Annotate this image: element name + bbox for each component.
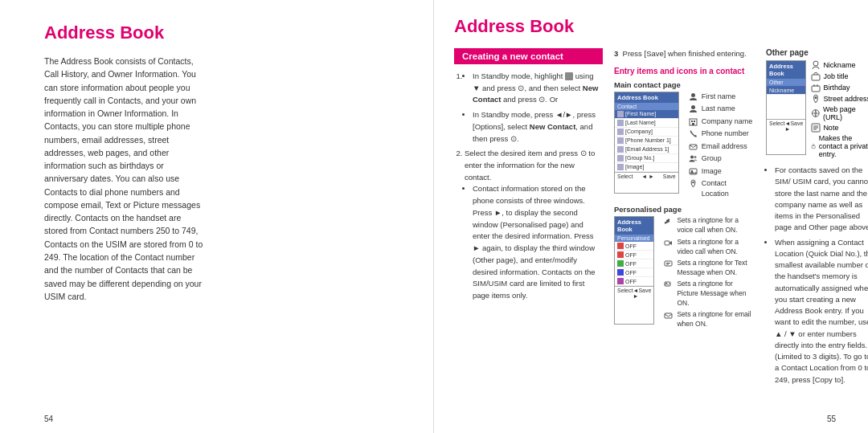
pers-row-3: OFF [615, 259, 653, 268]
pers-icon-email: Sets a ringtone for email when ON. [663, 310, 755, 329]
svg-rect-3 [691, 121, 693, 122]
pers-device-subtitle: Personalised [615, 235, 653, 242]
personalised-device: Address Book Personalised OFF OFF OFF OF… [614, 216, 654, 325]
pers-device-title: Address Book [615, 217, 653, 235]
other-private-row: Makes the contact a private entry. [811, 134, 868, 158]
pers-row-2: OFF [615, 251, 653, 259]
video-ringtone-icon [663, 238, 674, 248]
jobtitle-icon [811, 71, 821, 81]
url-icon [811, 108, 821, 118]
svg-point-11 [692, 182, 694, 184]
other-page-label: Other page [766, 48, 868, 57]
pers-footer-save: Save [638, 288, 651, 299]
other-device-footer: Select ◄ ► Save [767, 119, 805, 133]
step-2-contact-info: Contact information stored on the phone … [473, 183, 603, 301]
device-row-lastname: [Last Name] [615, 119, 678, 128]
middle-column: 3 Press [Save] when finished entering. E… [614, 48, 755, 389]
note-icon [811, 123, 821, 133]
nickname-icon [811, 60, 821, 70]
right-inner-layout: Creating a new contact In Standby mode, … [454, 48, 836, 389]
email-icon [688, 141, 698, 152]
private-label: Makes the contact a private entry. [819, 134, 868, 158]
other-device-title: Address Book [767, 61, 805, 79]
svg-rect-20 [665, 313, 672, 318]
creating-column: Creating a new contact In Standby mode, … [454, 48, 603, 389]
pers-icons-list: Sets a ringtone for a voice call when ON… [663, 216, 755, 329]
street-icon [811, 94, 821, 104]
email-ringtone-icon [663, 310, 674, 321]
picture-ringtone-icon [663, 280, 674, 290]
birthday-label: Birthday [823, 84, 850, 92]
right-page: Address Book Creating a new contact In S… [434, 0, 868, 433]
other-nickname-row: Nickname [811, 60, 868, 70]
icon-image: Image [688, 166, 755, 177]
other-footer-nav: ◄ ► [784, 121, 790, 132]
bullet-sim-note: For contacts saved on the SIM/ USIM card… [775, 165, 868, 234]
other-device-spacer [767, 95, 805, 119]
right-page-title: Address Book [454, 16, 836, 37]
icon-lastname: Last name [688, 104, 755, 114]
device-row-email: [Email Address 1] [615, 145, 678, 154]
entry-heading: Entry items and icons in a contact [614, 67, 755, 76]
personalised-area: Address Book Personalised OFF OFF OFF OF… [614, 216, 755, 329]
other-url-row: Web page (URL) [811, 105, 868, 121]
page-number-left: 54 [44, 415, 53, 423]
street-label: Street address [823, 95, 868, 103]
step-1: In Standby mode, highlight using ▼ and p… [465, 71, 603, 145]
icon-firstname: First name [688, 92, 755, 102]
url-label: Web page (URL) [823, 105, 868, 121]
icon-phone: Phone number [688, 129, 755, 139]
creating-header: Creating a new contact [454, 48, 603, 64]
step-1-bullet-1: In Standby mode, highlight using ▼ and p… [473, 71, 603, 106]
icon-group: Group [688, 153, 755, 164]
other-footer-save: Save [790, 121, 803, 132]
bullet-location-note: When assigning a Contact Location (Quick… [775, 237, 868, 386]
svg-rect-12 [665, 222, 666, 224]
other-birthday-row: Birthday [811, 83, 868, 92]
pers-footer-nav: ◄ ► [633, 288, 638, 299]
birthday-icon [811, 83, 821, 92]
main-device-mockup: Address Book Contact [First Name] [Last … [614, 92, 679, 194]
voice-ringtone-icon [663, 216, 674, 227]
step3-text: 3 Press [Save] when finished entering. [614, 48, 755, 60]
svg-rect-4 [694, 121, 695, 122]
device-row-group: [Group No.] [615, 154, 678, 163]
other-device: Address Book Other Nickname Select ◄ ► S… [766, 60, 806, 155]
personalised-label: Personalised page [614, 205, 755, 214]
jobtitle-label: Job title [823, 72, 848, 80]
page-container: Address Book The Address Book consists o… [0, 0, 868, 433]
nickname-label: Nickname [823, 61, 855, 69]
svg-rect-32 [812, 145, 815, 148]
image-icon [688, 166, 698, 177]
pers-icon-video: Sets a ringtone for a video call when ON… [663, 238, 755, 257]
company-icon [688, 116, 698, 127]
icon-location: Contact Location [688, 178, 755, 198]
footer-save: Save [663, 174, 676, 179]
bullet-section: For contacts saved on the SIM/ USIM card… [766, 165, 868, 386]
device-row-firstname: [First Name] [615, 110, 678, 119]
other-jobtitle-row: Job title [811, 71, 868, 81]
note-label: Note [823, 124, 838, 132]
pers-footer-select: Select [617, 288, 633, 299]
main-device-title: Address Book [615, 92, 678, 103]
pers-icon-text: Sets a ringtone for Text Message when ON… [663, 259, 755, 278]
footer-select: Select [617, 174, 633, 179]
svg-point-21 [813, 61, 818, 66]
steps-body: In Standby mode, highlight using ▼ and p… [454, 71, 603, 302]
pers-icon-voice: Sets a ringtone for a voice call when ON… [663, 216, 755, 235]
pers-icon-picture: Sets a ringtone for Picture Message when… [663, 280, 755, 308]
svg-rect-13 [668, 220, 669, 223]
svg-point-7 [690, 156, 694, 159]
main-contact-area: Address Book Contact [First Name] [Last … [614, 92, 755, 199]
main-contact-label: Main contact page [614, 80, 755, 89]
svg-rect-5 [692, 123, 694, 125]
other-note-row: Note [811, 123, 868, 133]
other-street-row: Street address [811, 94, 868, 104]
phone-icon [688, 129, 698, 139]
svg-point-1 [691, 105, 695, 109]
device-row-company: [Company] [615, 128, 678, 137]
svg-point-0 [691, 93, 695, 97]
other-row-nickname: Nickname [767, 86, 805, 95]
main-icons-list: First name Last name Company name P [688, 92, 755, 199]
intro-paragraph: The Address Book consists of Contacts, C… [44, 55, 205, 303]
